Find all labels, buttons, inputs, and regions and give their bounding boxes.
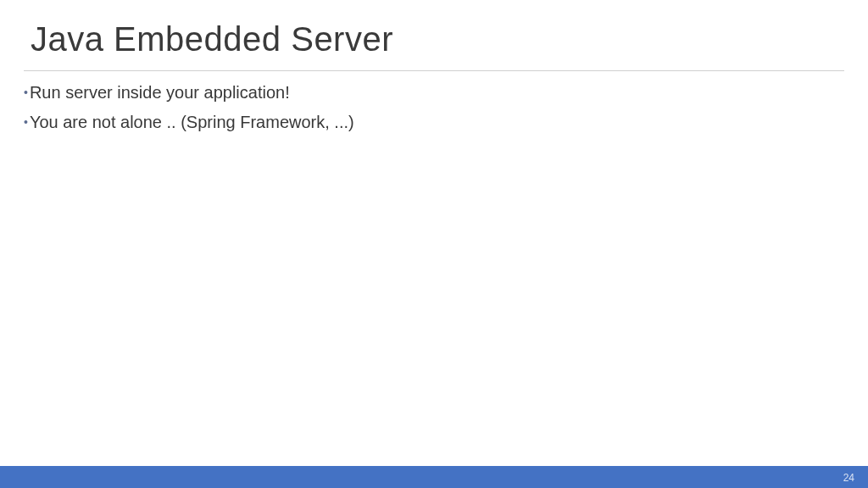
bullet-icon: • [24, 116, 28, 128]
bullet-text: Run server inside your application! [30, 83, 290, 103]
slide-content: • Run server inside your application! • … [0, 71, 868, 132]
slide-title: Java Embedded Server [0, 0, 868, 70]
page-number: 24 [843, 472, 854, 484]
bullet-icon: • [24, 86, 28, 98]
bullet-text: You are not alone .. (Spring Framework, … [30, 113, 354, 132]
slide-container: Java Embedded Server • Run server inside… [0, 0, 868, 488]
bullet-item: • Run server inside your application! [24, 83, 844, 103]
footer-bar: 24 [0, 466, 868, 488]
bullet-item: • You are not alone .. (Spring Framework… [24, 113, 844, 132]
